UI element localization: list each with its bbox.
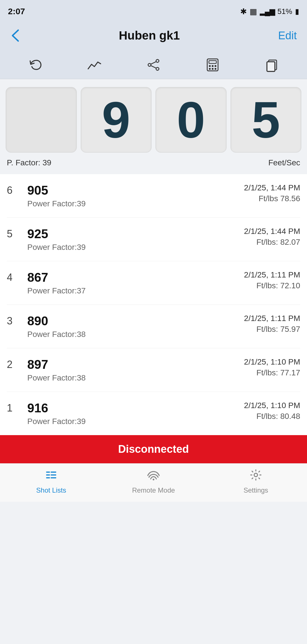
shot-number: 5 <box>7 227 18 240</box>
shot-detail: 916 Power Factor:39 <box>27 401 86 426</box>
shot-left: 3 890 Power Factor:38 <box>7 314 86 339</box>
shot-ftlbs: Ft/lbs 78.56 <box>259 194 300 203</box>
nav-settings-label: Settings <box>244 486 268 494</box>
shot-speed: 925 <box>27 227 86 241</box>
shot-date: 2/1/25, 1:11 PM <box>244 270 300 279</box>
nav-shot-lists-label: Shot Lists <box>36 486 66 494</box>
shot-power-factor: Power Factor:38 <box>27 373 86 382</box>
header: Huben gk1 Edit <box>0 20 307 52</box>
nav-settings[interactable]: Settings <box>205 469 307 494</box>
shot-speed: 890 <box>27 314 86 328</box>
shot-power-factor: Power Factor:38 <box>27 330 86 339</box>
chart-icon <box>87 59 102 71</box>
nav-remote-mode-label: Remote Mode <box>132 486 175 494</box>
shot-detail: 905 Power Factor:39 <box>27 183 86 208</box>
shot-power-factor: Power Factor:39 <box>27 199 86 208</box>
status-time: 2:07 <box>8 7 25 16</box>
settings-icon <box>250 469 262 484</box>
shot-date: 2/1/25, 1:11 PM <box>244 314 300 323</box>
page-title: Huben gk1 <box>119 29 180 42</box>
disconnected-banner: Disconnected <box>0 435 307 463</box>
chart-button[interactable] <box>83 56 106 73</box>
shot-detail: 925 Power Factor:39 <box>27 227 86 252</box>
shot-left: 2 897 Power Factor:38 <box>7 357 86 382</box>
unit-label: Feet/Sec <box>268 158 300 167</box>
shot-speed: 867 <box>27 270 86 285</box>
shot-ftlbs: Ft/lbs: 80.48 <box>256 412 300 421</box>
calculator-icon <box>206 58 219 72</box>
shot-item[interactable]: 5 925 Power Factor:39 2/1/25, 1:44 PM Ft… <box>7 218 300 261</box>
shot-power-factor: Power Factor:37 <box>27 286 86 295</box>
copy-button[interactable] <box>260 56 283 73</box>
shot-detail: 867 Power Factor:37 <box>27 270 86 295</box>
wifi-icon: ▦ <box>250 7 257 16</box>
status-bar: 2:07 ✱ ▦ ▂▄▆ 51% ▮ <box>0 0 307 20</box>
speed-display: 9 0 5 <box>0 79 307 156</box>
speed-digit-4: 5 <box>231 87 302 153</box>
shot-date: 2/1/25, 1:10 PM <box>244 357 300 367</box>
p-factor-label: P. Factor: 39 <box>7 158 51 167</box>
shot-item[interactable]: 1 916 Power Factor:39 2/1/25, 1:10 PM Ft… <box>7 392 300 435</box>
battery-icon: ▮ <box>295 7 299 16</box>
shot-date: 2/1/25, 1:44 PM <box>244 183 300 192</box>
shot-ftlbs: Ft/lbs: 82.07 <box>256 238 300 247</box>
shot-item[interactable]: 3 890 Power Factor:38 2/1/25, 1:11 PM Ft… <box>7 305 300 348</box>
svg-rect-6 <box>209 61 216 63</box>
nav-shot-lists[interactable]: Shot Lists <box>0 469 102 494</box>
shot-number: 2 <box>7 357 18 371</box>
shot-detail: 897 Power Factor:38 <box>27 357 86 382</box>
status-icons: ✱ ▦ ▂▄▆ 51% ▮ <box>240 7 299 16</box>
shot-item[interactable]: 6 905 Power Factor:39 2/1/25, 1:44 PM Ft… <box>7 174 300 218</box>
shot-speed: 897 <box>27 357 86 372</box>
shot-number: 3 <box>7 314 18 327</box>
shot-right: 2/1/25, 1:44 PM Ft/lbs: 82.07 <box>244 227 300 247</box>
shot-right: 2/1/25, 1:10 PM Ft/lbs: 80.48 <box>244 401 300 421</box>
shot-right: 2/1/25, 1:11 PM Ft/lbs: 72.10 <box>244 270 300 290</box>
speed-digit-1 <box>6 87 77 153</box>
svg-rect-8 <box>212 65 213 67</box>
back-button[interactable] <box>10 29 20 42</box>
share-button[interactable] <box>142 56 165 73</box>
speed-digit-3: 0 <box>155 87 227 153</box>
shot-speed: 916 <box>27 401 86 415</box>
nav-remote-mode[interactable]: Remote Mode <box>102 469 205 494</box>
edit-button[interactable]: Edit <box>278 30 297 42</box>
shot-list: 6 905 Power Factor:39 2/1/25, 1:44 PM Ft… <box>0 174 307 435</box>
svg-rect-7 <box>209 65 211 67</box>
svg-rect-11 <box>212 68 213 70</box>
shot-detail: 890 Power Factor:38 <box>27 314 86 339</box>
undo-icon <box>28 58 42 72</box>
battery-indicator: 51% <box>277 7 292 16</box>
shot-item[interactable]: 2 897 Power Factor:38 2/1/25, 1:10 PM Ft… <box>7 348 300 392</box>
shot-left: 6 905 Power Factor:39 <box>7 183 86 208</box>
shot-number: 4 <box>7 270 18 283</box>
undo-button[interactable] <box>24 56 47 73</box>
shot-speed: 905 <box>27 183 86 197</box>
shot-ftlbs: Ft/lbs: 77.17 <box>256 368 300 377</box>
bluetooth-icon: ✱ <box>240 7 247 16</box>
shot-left: 1 916 Power Factor:39 <box>7 401 86 426</box>
shot-left: 4 867 Power Factor:37 <box>7 270 86 295</box>
bottom-nav: Shot Lists Remote Mode Settings <box>0 463 307 502</box>
copy-icon <box>265 58 278 72</box>
shot-date: 2/1/25, 1:10 PM <box>244 401 300 410</box>
svg-point-22 <box>153 479 154 480</box>
svg-rect-14 <box>267 62 275 71</box>
shot-lists-icon <box>45 469 57 484</box>
shot-number: 1 <box>7 401 18 414</box>
svg-line-4 <box>151 65 156 68</box>
shot-power-factor: Power Factor:39 <box>27 243 86 252</box>
toolbar <box>0 52 307 79</box>
svg-rect-9 <box>215 65 216 67</box>
shot-right: 2/1/25, 1:44 PM Ft/lbs 78.56 <box>244 183 300 203</box>
calculator-button[interactable] <box>201 56 224 73</box>
svg-point-23 <box>254 473 258 477</box>
shot-ftlbs: Ft/lbs: 72.10 <box>256 281 300 290</box>
share-icon <box>147 58 160 72</box>
svg-rect-12 <box>215 68 216 70</box>
shot-item[interactable]: 4 867 Power Factor:37 2/1/25, 1:11 PM Ft… <box>7 261 300 305</box>
signal-icon: ▂▄▆ <box>260 7 275 16</box>
svg-rect-10 <box>209 68 211 70</box>
shot-right: 2/1/25, 1:11 PM Ft/lbs: 75.97 <box>244 314 300 334</box>
shot-left: 5 925 Power Factor:39 <box>7 227 86 252</box>
